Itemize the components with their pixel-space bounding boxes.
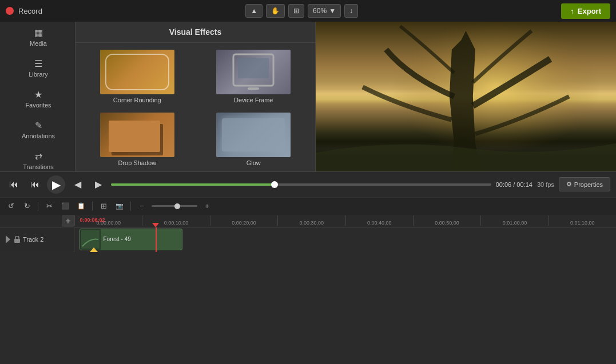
step-back-btn[interactable]: ⏭ [26, 177, 42, 193]
title-bar-right: ↑ Export [561, 3, 610, 19]
next-frame-btn[interactable]: ▶ [90, 177, 106, 193]
sidebar-label-annotations: Annotations [22, 133, 55, 139]
effects-panel-title: Visual Effects [75, 22, 315, 43]
device-frame-thumb [216, 50, 291, 94]
effect-corner-rounding[interactable]: Corner Rounding [81, 49, 193, 107]
ruler-mark-7: 0:01:10;00 [549, 215, 616, 226]
ruler-mark-6: 0:01:00;00 [480, 215, 548, 226]
playhead-arrow [152, 223, 159, 227]
sidebar-item-library[interactable]: ☰ Library [0, 53, 75, 83]
ruler-mark-5: 0:00:50;00 [413, 215, 480, 226]
split-btn[interactable]: ⊞ [97, 200, 110, 213]
export-label: Export [578, 7, 601, 15]
app-title: Record [18, 7, 42, 15]
ruler-mark-4: 0:00:40;00 [345, 215, 413, 226]
track-expand-icon [5, 231, 11, 248]
video-background [316, 22, 616, 171]
sidebar-item-media[interactable]: ▦ Media [0, 22, 75, 53]
timeline-scrubber[interactable] [111, 183, 491, 186]
sidebar-label-media: Media [30, 40, 47, 47]
record-dot [6, 7, 14, 15]
title-bar: Record ▲ ✋ ⊞ 60% ▼ ↓ ↑ Export [0, 0, 616, 22]
scrubber-thumb[interactable] [271, 181, 278, 188]
zoom-select[interactable]: 60% ▼ [308, 4, 341, 18]
zoom-slider[interactable] [152, 205, 197, 207]
svg-rect-6 [222, 118, 285, 151]
clip-label: Forest - 49 [103, 236, 130, 242]
playhead-time: 0:00:06;02 [80, 217, 105, 223]
playhead[interactable] [156, 227, 157, 252]
track-timeline-area: 0:00:06;02 0:00:00;00 0:00:10;00 0:00:20… [74, 215, 616, 365]
sidebar-item-favorites[interactable]: ★ Favorites [0, 83, 75, 114]
zoom-dropdown-icon: ▼ [329, 7, 336, 15]
play-btn[interactable]: ▶ [47, 175, 65, 194]
ruler-mark-2: 0:00:20;00 [210, 215, 277, 226]
select-tool-btn[interactable]: ▲ [245, 4, 263, 18]
redo-btn[interactable]: ↻ [21, 200, 33, 213]
paste-btn[interactable]: 📋 [75, 200, 88, 213]
zoom-download-btn[interactable]: ↓ [344, 4, 358, 18]
effect-device-frame[interactable]: Device Frame [198, 49, 310, 107]
annotations-icon: ✎ [35, 120, 42, 131]
device-frame-label: Device Frame [234, 94, 273, 106]
track-lock-icon[interactable] [14, 236, 21, 243]
svg-rect-2 [238, 58, 269, 78]
title-bar-center: ▲ ✋ ⊞ 60% ▼ ↓ [245, 4, 358, 18]
time-display: 00:06 / 00:14 [496, 181, 532, 188]
track-2-label-area: Track 2 [0, 227, 74, 252]
zoom-in-btn[interactable]: + [201, 200, 213, 213]
sidebar-item-transitions[interactable]: ⇄ Transitions [0, 145, 75, 171]
cut-btn[interactable]: ✂ [43, 200, 55, 213]
transition-marker [90, 247, 98, 252]
track-clips: Forest - 49 [74, 227, 616, 252]
properties-btn[interactable]: ⚙ Properties [559, 177, 610, 191]
copy-btn[interactable]: ⬛ [59, 200, 71, 213]
glow-thumb [216, 113, 291, 157]
toolbar-separator-3 [130, 202, 131, 211]
export-icon: ↑ [570, 7, 574, 15]
hand-tool-btn[interactable]: ✋ [266, 4, 285, 18]
add-track-btn[interactable]: + [62, 215, 74, 227]
ruler-mark-3: 0:00:30;00 [277, 215, 345, 226]
timeline-outer: + Track 2 0:00:06;02 0:00:00;00 0:00:10;… [0, 215, 616, 365]
timeline-controls: ⏮ ⏭ ▶ ◀ ▶ 00:06 / 00:14 30 fps ⚙ Propert… [0, 171, 616, 197]
zoom-slider-thumb[interactable] [174, 203, 180, 209]
effects-panel: Visual Effects Corner Rounding [75, 22, 316, 171]
clip-thumbnail [80, 229, 101, 250]
skip-back-btn[interactable]: ⏮ [6, 177, 22, 193]
favorites-icon: ★ [34, 89, 42, 100]
video-preview [316, 22, 616, 171]
zoom-value: 60% [313, 7, 327, 15]
sidebar: ▦ Media ☰ Library ★ Favorites ✎ Annotati… [0, 22, 75, 171]
timeline-toolbar: ↺ ↻ ✂ ⬛ 📋 ⊞ 📷 − + [0, 197, 616, 215]
drop-shadow-thumb [100, 113, 174, 157]
properties-gear-icon: ⚙ [566, 181, 572, 188]
effect-drop-shadow[interactable]: Drop Shadow [81, 111, 193, 170]
title-bar-left: Record [6, 7, 42, 15]
preview-area [316, 22, 616, 171]
crop-tool-btn[interactable]: ⊞ [288, 4, 304, 18]
zoom-out-btn[interactable]: − [136, 200, 148, 213]
fps-display: 30 fps [537, 181, 554, 188]
media-icon: ▦ [34, 27, 43, 38]
effects-grid: Corner Rounding Device Frame [75, 43, 315, 171]
current-time: 00:06 [496, 181, 512, 188]
sidebar-label-favorites: Favorites [25, 102, 51, 109]
corner-rounding-label: Corner Rounding [113, 94, 161, 106]
camera-btn[interactable]: 📷 [113, 200, 126, 213]
track-2-label: Track 2 [23, 236, 43, 243]
prev-frame-btn[interactable]: ◀ [70, 177, 86, 193]
toolbar-separator-2 [92, 202, 93, 211]
effect-glow[interactable]: Glow [198, 111, 310, 170]
scrubber-fill [111, 183, 275, 186]
export-button[interactable]: ↑ Export [561, 3, 610, 19]
corner-rounding-thumb [100, 50, 174, 94]
svg-marker-16 [6, 235, 10, 243]
svg-rect-5 [109, 121, 160, 152]
main-content: ▦ Media ☰ Library ★ Favorites ✎ Annotati… [0, 22, 616, 171]
glow-label: Glow [247, 157, 261, 169]
sidebar-item-annotations[interactable]: ✎ Annotations [0, 114, 75, 145]
svg-rect-17 [14, 239, 20, 243]
undo-btn[interactable]: ↺ [5, 200, 17, 213]
track-header-spacer: + [0, 215, 74, 227]
